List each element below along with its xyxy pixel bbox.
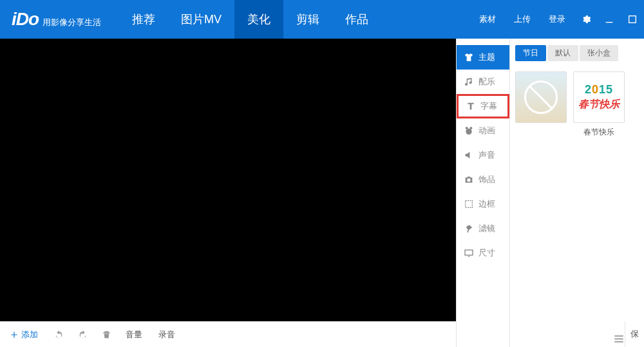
svg-rect-6 [465,250,473,255]
maximize-icon[interactable] [621,14,644,24]
login-link[interactable]: 登录 [540,14,574,25]
side-label: 尺寸 [478,247,495,259]
record-button[interactable]: 录音 [158,329,175,341]
side-label: 字幕 [480,100,497,112]
side-filter[interactable]: 滤镜 [457,216,509,241]
app-logo: iDo [12,9,39,30]
frame-icon [463,199,475,209]
theme-card-none[interactable] [515,71,567,138]
side-theme[interactable]: 主题 [457,45,509,70]
side-label: 动画 [478,125,495,136]
side-frame[interactable]: 边框 [457,192,509,216]
side-sound[interactable]: 声音 [457,143,509,167]
tab-zhangxiaohe[interactable]: 张小盒 [580,45,618,61]
camera-icon [463,174,475,185]
delete-button[interactable] [102,330,111,339]
side-size[interactable]: 尺寸 [457,241,509,265]
nav-recommend[interactable]: 推荐 [119,0,168,39]
svg-point-4 [466,129,471,135]
shirt-icon [463,52,475,62]
redo-button[interactable] [78,330,88,339]
tab-default[interactable]: 默认 [547,45,578,61]
card-caption: 春节快乐 [573,127,625,138]
pin-icon [463,223,475,234]
side-label: 边框 [478,198,495,210]
side-label: 饰品 [478,174,495,185]
save-button[interactable]: 保 [625,321,644,347]
text-icon [465,101,477,111]
material-link[interactable]: 素材 [470,14,505,25]
svg-rect-8 [614,338,623,339]
app-slogan: 用影像分享生活 [43,17,101,28]
screen-icon [463,248,475,258]
speaker-icon [463,150,475,160]
settings-icon[interactable] [574,14,598,24]
video-preview [0,39,456,328]
upload-link[interactable]: 上传 [505,14,540,25]
plus-icon [10,330,19,339]
add-button[interactable]: 添加 [10,329,38,341]
nav-beautify[interactable]: 美化 [234,0,283,39]
side-label: 声音 [478,149,495,161]
side-decor[interactable]: 饰品 [457,167,509,192]
side-music[interactable]: 配乐 [457,70,509,94]
svg-rect-7 [614,335,623,337]
volume-button[interactable]: 音量 [126,329,142,341]
list-view-icon[interactable] [613,333,625,344]
undo-button[interactable] [54,330,64,339]
svg-rect-9 [614,341,623,342]
svg-rect-1 [629,16,636,23]
minimize-icon[interactable] [598,14,621,24]
thumb-none [515,71,567,123]
nav-photo-mv[interactable]: 图片MV [168,0,234,39]
theme-card-newyear[interactable]: 2015 春节快乐 春节快乐 [573,71,625,138]
nav-works[interactable]: 作品 [332,0,381,39]
thumb-newyear: 2015 春节快乐 [573,71,625,123]
svg-rect-0 [606,22,613,23]
side-animation[interactable]: 动画 [457,118,509,143]
bear-icon [463,126,475,136]
side-label: 配乐 [478,76,495,88]
side-label: 主题 [478,52,495,63]
svg-rect-5 [466,201,473,208]
nav-edit[interactable]: 剪辑 [283,0,332,39]
side-label: 滤镜 [478,223,495,234]
tab-holiday[interactable]: 节日 [515,45,546,61]
music-icon [463,77,475,87]
side-subtitle[interactable]: 字幕 [457,94,509,118]
